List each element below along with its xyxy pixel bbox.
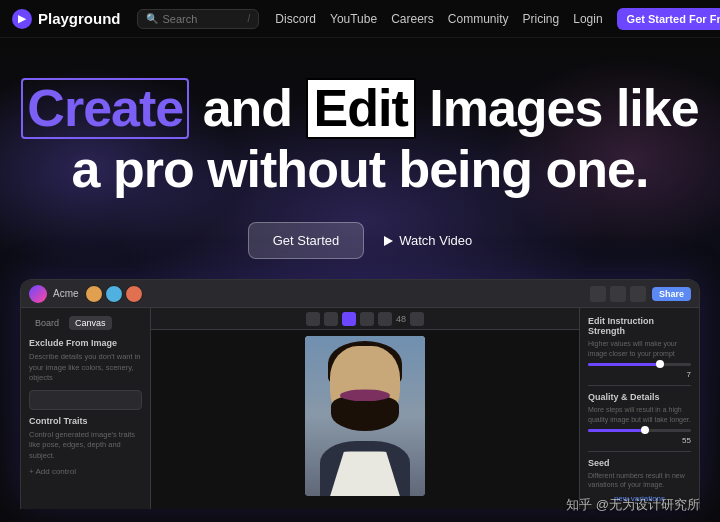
mockup-right-panel: Edit Instruction Strength Higher values … [579,308,699,509]
tool-select[interactable] [324,312,338,326]
panel-divider-1 [588,385,691,386]
hero-and: and [189,79,305,137]
workspace-avatar [29,285,47,303]
exclude-input[interactable] [29,390,142,410]
seed-desc: Different numbers result in new variatio… [588,471,691,491]
portrait-image [305,336,425,496]
hero-headline: Create and Edit Images like [21,78,698,139]
strength-desc: Higher values will make your image close… [588,339,691,359]
tool-move[interactable] [306,312,320,326]
portrait-mustache [340,389,390,401]
get-started-button[interactable]: Get Started [248,222,364,259]
strength-slider-thumb [656,360,664,368]
seed-title: Seed [588,458,691,468]
nav-login-button[interactable]: Login [573,12,602,26]
logo-text: Playground [38,10,121,27]
search-input[interactable] [163,13,243,25]
hero-word-edit: Edit [306,78,416,139]
nav-link-community[interactable]: Community [448,12,509,26]
tab-canvas[interactable]: Canvas [69,316,112,330]
search-shortcut: / [248,13,251,24]
canvas-toolbar: 48 [151,308,579,330]
toolbar-icons [590,286,646,302]
hero-rest: Images like [416,79,699,137]
panel-divider-2 [588,451,691,452]
watch-video-label: Watch Video [399,233,472,248]
hero-subline: a pro without being one. [21,141,698,198]
strength-value: 7 [588,370,691,379]
nav-link-youtube[interactable]: YouTube [330,12,377,26]
tool-draw[interactable] [342,312,356,326]
search-icon: 🔍 [146,13,158,24]
quality-value: 55 [588,436,691,445]
toolbar-icon-2[interactable] [610,286,626,302]
control-section-desc: Control generated image's traits like po… [29,430,142,462]
quality-slider[interactable] [588,429,691,432]
hero-word-create: Create [21,78,189,139]
watch-video-button[interactable]: Watch Video [384,233,472,248]
control-section-title: Control Traits [29,416,142,426]
nav-link-discord[interactable]: Discord [275,12,316,26]
strength-slider-fill [588,363,660,366]
get-started-free-button[interactable]: Get Started For Free [617,8,720,30]
user-avatar-1 [85,285,103,303]
share-button[interactable]: Share [652,287,691,301]
exclude-section-desc: Describe details you don't want in your … [29,352,142,384]
user-avatars [85,285,143,303]
hero-buttons: Get Started Watch Video [248,222,472,259]
quality-slider-fill [588,429,645,432]
mockup-tabs: Board Canvas [29,316,142,330]
mockup-canvas: 48 [151,308,579,509]
user-avatar-2 [105,285,123,303]
nav-link-careers[interactable]: Careers [391,12,434,26]
navbar: ▶ Playground 🔍 / Discord YouTube Careers… [0,0,720,38]
portrait-beard [331,396,399,431]
add-control-button[interactable]: + Add control [29,467,142,476]
canvas-number: 48 [396,314,406,324]
strength-title: Edit Instruction Strength [588,316,691,336]
nav-link-pricing[interactable]: Pricing [523,12,560,26]
user-avatar-3 [125,285,143,303]
mockup-body: Board Canvas Exclude From Image Describe… [21,308,699,509]
quality-desc: More steps will result in a high quality… [588,405,691,425]
play-icon [384,236,393,246]
search-bar[interactable]: 🔍 / [137,9,260,29]
tab-board[interactable]: Board [29,316,65,330]
workspace-name: Acme [53,288,79,299]
mockup-toolbar: Acme Share [21,280,699,308]
nav-logo[interactable]: ▶ Playground [12,9,121,29]
tool-text[interactable] [360,312,374,326]
app-mockup: Acme Share Board Canvas Exclude From [20,279,700,509]
tool-shape[interactable] [378,312,392,326]
new-variations-link[interactable]: new variations [588,494,691,503]
hero-section: Create and Edit Images like a pro withou… [0,38,720,522]
quality-title: Quality & Details [588,392,691,402]
exclude-section-title: Exclude From Image [29,338,142,348]
mockup-left-sidebar: Board Canvas Exclude From Image Describe… [21,308,151,509]
tool-delete[interactable] [410,312,424,326]
hero-text: Create and Edit Images like a pro withou… [1,78,718,198]
quality-slider-thumb [641,426,649,434]
toolbar-icon-3[interactable] [630,286,646,302]
strength-slider[interactable] [588,363,691,366]
nav-links: Discord YouTube Careers Community Pricin… [275,8,720,30]
toolbar-icon-1[interactable] [590,286,606,302]
logo-icon: ▶ [12,9,32,29]
